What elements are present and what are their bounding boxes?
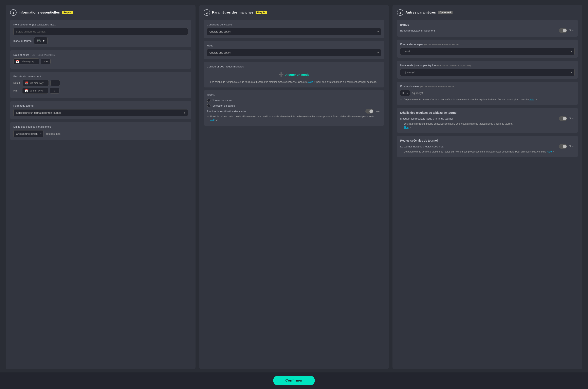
bonus-toggle[interactable] (559, 28, 567, 33)
invited-teams-card: Équipes invitées (Modification ultérieur… (397, 82, 578, 105)
multiple-modes-card: Configurer des modes multiples ➕ Ajouter… (204, 62, 385, 88)
mode-select[interactable]: Choisis une option (207, 49, 381, 56)
special-rules-toggle[interactable] (559, 144, 567, 149)
results-info-text: Seul l'administrateur pourra consulter l… (404, 122, 513, 125)
end-time-input[interactable]: --:-- (50, 88, 59, 94)
players-per-team-select-wrap: 4 joueur(s) (400, 69, 575, 76)
limit-select[interactable]: Choisis une option (13, 130, 43, 137)
add-mode-label: Ajouter un mode (285, 73, 309, 76)
players-per-team-note: (Modification ultérieure impossible) (437, 64, 471, 67)
start-time-input[interactable]: --:-- (50, 80, 60, 86)
section-3-header: 3 Autres paramètres Optionnel (397, 9, 578, 16)
victory-card: Conditions de victoire Choisis une optio… (204, 20, 385, 38)
section-2-header: 2 Paramètres des manches Requis (204, 9, 385, 16)
teams-format-select[interactable]: 4 vs 4 (400, 48, 575, 55)
victory-select-wrap: Choisis une option (207, 28, 381, 35)
teams-format-label: Format des équipes (Modification ultérie… (400, 43, 575, 46)
bonus-toggle-text: Non (569, 29, 575, 32)
tournament-name-label: Nom du tournoi (32 caractères max.) (13, 23, 188, 26)
format-select[interactable]: Sélectionne un format pour ton tournoi. (13, 109, 188, 116)
results-toggle-row: Masquer les résultats jusqu'à la fin du … (400, 116, 575, 121)
end-date-input[interactable]: 📅 dd-mm-yyyy (22, 88, 48, 94)
special-rules-aide-link[interactable]: Aide (547, 150, 552, 153)
end-date-value: dd-mm-yyyy (30, 89, 46, 92)
invited-teams-select-wrap: 0 (400, 90, 410, 96)
mode-label: Mode (207, 44, 381, 47)
special-rules-section-title: Règles spéciales de tournoi (400, 139, 575, 142)
limit-card: Limite des équipes participantes Choisis… (10, 122, 191, 140)
cartes-aide-link[interactable]: Aide (210, 119, 215, 122)
prohibit-toggle[interactable] (365, 109, 373, 114)
icon-picker[interactable]: 🎮 ▼ (34, 37, 47, 44)
section-2-number: 2 (204, 9, 210, 16)
mode-select-wrap: Choisis une option (207, 49, 381, 56)
start-label: Début : (13, 82, 21, 84)
section-3-title: Autres paramètres (405, 10, 436, 15)
section-2-badge: Requis (256, 11, 267, 14)
results-section-title: Détails des résultats du tableau de tour… (400, 111, 575, 114)
time-input[interactable]: --:-- (41, 59, 51, 64)
prohibit-label: Prohiber la réutilisation des cartes (207, 110, 364, 113)
date-value: dd-mm-yyyy (21, 60, 37, 63)
card-selection-radio[interactable] (207, 104, 211, 107)
all-cards-radio[interactable] (207, 98, 211, 102)
results-toggle-label: Masquer les résultats jusqu'à la fin du … (400, 117, 557, 120)
confirm-button[interactable]: Confirmer (273, 376, 315, 385)
teams-format-card: Format des équipes (Modification ultérie… (397, 40, 578, 58)
bonus-main-label: Bonus principaux uniquement (400, 29, 557, 32)
bonus-card: Bonus Bonus principaux uniquement Non (397, 20, 578, 37)
tournament-icon-emoji: 🎮 (37, 38, 41, 43)
limit-suffix: équipes max. (45, 132, 61, 135)
victory-select[interactable]: Choisis une option (207, 28, 381, 35)
special-rules-info: – Ce paramètre te permet d'établir des r… (400, 150, 575, 154)
victory-label: Conditions de victoire (207, 23, 381, 26)
format-card: Format du tournoi Sélectionne un format … (10, 101, 191, 119)
icon-label: Icône du tournoi (13, 39, 32, 42)
players-per-team-label: Nombre de joueurs par équipe (Modificati… (400, 64, 575, 67)
results-toggle-text: Non (569, 117, 575, 120)
invited-teams-note: (Modification ultérieure impossible) (420, 85, 455, 88)
start-date-input[interactable]: 📅 dd-mm-yyyy (23, 80, 49, 86)
prohibit-toggle-text: Non (375, 110, 381, 113)
section-3-number: 3 (397, 9, 404, 16)
add-mode-button[interactable]: ➕ Ajouter un mode (207, 70, 381, 79)
all-cards-label: Toutes les cartes (213, 99, 232, 102)
results-info: – Seul l'administrateur pourra consulter… (400, 122, 575, 129)
add-mode-icon: ➕ (279, 72, 284, 77)
column-3: 3 Autres paramètres Optionnel Bonus Bonu… (393, 5, 582, 369)
limit-label: Limite des équipes participantes (13, 125, 188, 128)
cards-label: Cartes (207, 94, 381, 97)
teams-format-select-wrap: 4 vs 4 (400, 48, 575, 55)
date-input[interactable]: 📅 dd-mm-yyyy (13, 58, 39, 65)
invited-teams-select[interactable]: 0 (400, 90, 410, 96)
bonus-section-title: Bonus (400, 23, 575, 26)
invited-teams-label: Équipes invitées (Modification ultérieur… (400, 85, 575, 88)
bottom-bar: Confirmer (0, 372, 588, 389)
section-2-title: Paramètres des manches (212, 10, 254, 15)
end-label: Fin : (13, 89, 21, 92)
prohibit-info-text: Une fois qu'une carte choisie aléatoirem… (210, 115, 375, 118)
mode-info-text2: pour plus d'informations sur comment cha… (316, 81, 377, 83)
special-rules-card: Règles spéciales de tournoi Le tournoi i… (397, 136, 578, 157)
card-selection-row: Sélection de cartes (207, 104, 381, 107)
start-calendar-icon: 📅 (25, 81, 29, 85)
end-calendar-icon: 📅 (25, 89, 28, 92)
date-time-card: Date et heure GMT+09:00 (Asia/Tokyo) 📅 d… (10, 50, 191, 69)
column-2: 2 Paramètres des manches Requis Conditio… (199, 5, 389, 369)
start-date-value: dd-mm-yyyy (30, 82, 46, 84)
section-3-badge: Optionnel (438, 11, 452, 14)
results-toggle[interactable] (559, 116, 567, 121)
players-per-team-select[interactable]: 4 joueur(s) (400, 69, 575, 76)
results-aide-link[interactable]: Aide (404, 126, 408, 129)
tournament-name-input[interactable] (13, 28, 188, 35)
mode-aide-link[interactable]: Aide (308, 81, 313, 83)
format-label: Format du tournoi (13, 104, 188, 107)
recruitment-card: Période de recrutement Début : 📅 dd-mm-y… (10, 72, 191, 98)
special-rules-info-text: Ce paramètre te permet d'établir des règ… (404, 150, 546, 153)
chevron-down-icon: ▼ (42, 39, 45, 43)
results-card: Détails des résultats du tableau de tour… (397, 108, 578, 133)
invited-teams-suffix: équipe(s) (412, 92, 423, 95)
section-1-badge: Requis (62, 11, 73, 14)
section-1-number: 1 (10, 9, 17, 16)
invited-aide-link[interactable]: Aide (529, 98, 534, 101)
